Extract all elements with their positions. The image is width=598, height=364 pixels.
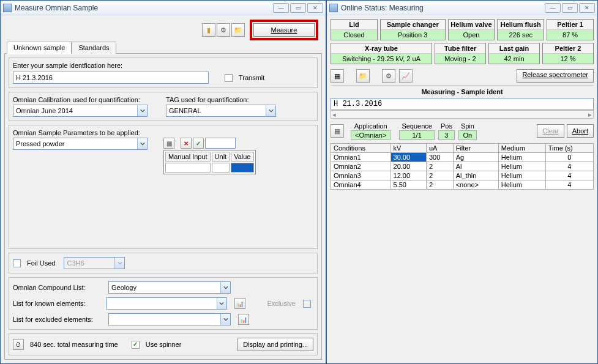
folder-icon[interactable]: 📁: [231, 23, 245, 37]
measure-button[interactable]: Measure: [253, 23, 315, 37]
col-unit: Unit: [212, 152, 230, 162]
chevron-down-icon: [114, 258, 124, 269]
foil-checkbox[interactable]: [13, 259, 21, 267]
abort-button[interactable]: Abort: [567, 124, 594, 138]
tag-value: GENERAL: [166, 107, 266, 114]
chart-icon[interactable]: 📊: [238, 314, 249, 325]
close-button[interactable]: ✕: [579, 3, 595, 13]
chevron-down-icon: [137, 138, 147, 149]
status-window: Online Status: Measuring — ▭ ✕ LidClosed…: [326, 0, 598, 364]
measuring-time-label: 840 sec. total measuring time: [30, 341, 118, 348]
foil-group: Foil Used C3H6: [9, 253, 318, 273]
measure-highlight: Measure: [250, 20, 318, 40]
param-spin-v: On: [458, 130, 477, 140]
foil-label: Foil Used: [27, 259, 55, 267]
footer-group: ⏱ 840 sec. total measuring time ✓ Use sp…: [9, 333, 318, 355]
status-xray-v: Switching - 29.25 kV, 2 uA: [331, 54, 432, 64]
tag-combo[interactable]: GENERAL: [166, 105, 276, 117]
open-icon[interactable]: ▮: [202, 23, 215, 37]
param-seq-v: 1/1: [399, 130, 435, 140]
measuring-header: Measuring - Sample ident: [331, 86, 594, 98]
grid-icon[interactable]: [331, 124, 344, 138]
h-scrollbar[interactable]: ◂▸: [331, 110, 594, 119]
param-seq-h: Sequence: [399, 122, 435, 130]
status-peltier1-h: Peltier 1: [547, 20, 593, 30]
excluded-combo[interactable]: [108, 313, 231, 325]
exclusive-checkbox: [303, 300, 311, 308]
compound-combo[interactable]: Geology: [108, 281, 231, 294]
foil-value: C3H6: [64, 259, 114, 267]
clear-button: Clear: [537, 124, 564, 138]
status-helium-valve-v: Open: [449, 30, 495, 40]
tab-standards[interactable]: Standards: [72, 42, 116, 54]
close-button[interactable]: ✕: [307, 3, 323, 13]
known-combo[interactable]: [107, 297, 226, 310]
status-lid-h: Lid: [331, 20, 377, 30]
excluded-label: List for excluded elements:: [13, 316, 105, 323]
table-icon[interactable]: [163, 138, 174, 149]
col-conditions: Conditions: [331, 144, 391, 153]
delete-icon[interactable]: ✕: [181, 138, 192, 149]
app-icon: [329, 4, 338, 12]
maximize-button[interactable]: ▭: [562, 3, 578, 13]
params-combo[interactable]: Pressed powder: [13, 138, 148, 150]
table-row[interactable]: Omnian2 20.00 2 Al Helium 4: [331, 162, 594, 171]
param-app-h: Application: [351, 122, 391, 130]
param-pos-v: 3: [438, 130, 455, 140]
col-value: Value: [231, 152, 253, 162]
status-xray-h: X-ray tube: [331, 43, 432, 54]
window-title: Measure Omnian Sample: [15, 4, 98, 12]
table-row[interactable]: Omnian3 12.00 2 Al_thin Helium 4: [331, 171, 594, 180]
tag-label: TAG used for quantification:: [166, 96, 288, 103]
transmit-checkbox[interactable]: [225, 74, 233, 82]
maximize-button[interactable]: ▭: [290, 3, 306, 13]
folder-icon[interactable]: 📁: [356, 69, 370, 83]
status-changer-v: Position 3: [381, 30, 445, 40]
timer-icon: ⏱: [13, 339, 24, 350]
status-gain-v: 42 min: [489, 54, 539, 64]
cell-manual[interactable]: [165, 163, 211, 173]
status-helium-flush-v: 226 sec: [498, 30, 544, 40]
calibration-label: Omnian Calibration used for quantificati…: [13, 96, 154, 103]
spectrum-icon[interactable]: 📈: [399, 69, 413, 83]
cell-value-selected[interactable]: [231, 163, 253, 173]
col-kv: kV: [391, 144, 426, 153]
status-row-1: LidClosed Sample changerPosition 3 Heliu…: [331, 19, 594, 40]
gear-icon[interactable]: [382, 69, 395, 83]
col-filter: Filter: [453, 144, 498, 153]
spinner-checkbox[interactable]: ✓: [132, 341, 140, 349]
table-row[interactable]: Omnian1 30.00 300 Ag Helium 0: [331, 153, 594, 162]
ident-label: Enter your sample identfication here:: [13, 62, 313, 69]
status-lid-v: Closed: [331, 30, 377, 40]
chevron-down-icon: [220, 282, 230, 293]
cell-unit[interactable]: [212, 163, 230, 173]
release-spectrometer-button[interactable]: Release spectrometer: [517, 69, 594, 83]
params-label: Omnian Sample Parameters to be applied:: [13, 129, 313, 136]
calibration-combo[interactable]: Omnian June 2014: [13, 105, 148, 117]
titlebar-right[interactable]: Online Status: Measuring — ▭ ✕: [327, 1, 597, 15]
param-value-input[interactable]: [205, 138, 236, 149]
ident-group: Enter your sample identfication here: Tr…: [9, 58, 318, 88]
status-helium-valve-h: Helium valve: [449, 20, 495, 30]
accept-icon[interactable]: ✓: [193, 138, 204, 149]
param-app-v: <Omnian>: [351, 130, 391, 140]
chevron-down-icon: [137, 105, 147, 116]
toolbar: ▮ 📁 Measure: [4, 19, 322, 41]
calculator-icon[interactable]: ▦: [331, 69, 344, 83]
col-ua: uA: [426, 144, 453, 153]
conditions-table: Conditions kV uA Filter Medium Time (s) …: [331, 143, 594, 190]
tab-unknown-sample[interactable]: Unknown sample: [7, 42, 72, 54]
settings-icon[interactable]: [217, 23, 230, 37]
window-title: Online Status: Measuring: [341, 4, 424, 12]
params-row: Application<Omnian> Sequence1/1 Pos3 Spi…: [331, 121, 594, 141]
sample-ident-input[interactable]: [13, 72, 209, 84]
table-row[interactable]: Omnian4 5.50 2 <none> Helium 4: [331, 180, 594, 190]
titlebar-left[interactable]: Measure Omnian Sample — ▭ ✕: [1, 1, 326, 15]
display-printing-button[interactable]: Display and printing...: [237, 338, 313, 351]
minimize-button[interactable]: —: [545, 3, 561, 13]
col-manual-input: Manual Input: [165, 152, 211, 162]
chart-icon[interactable]: 📊: [234, 298, 245, 309]
chevron-down-icon: [217, 298, 226, 309]
exclusive-label: Exclusive: [267, 300, 296, 307]
minimize-button[interactable]: —: [273, 3, 289, 13]
